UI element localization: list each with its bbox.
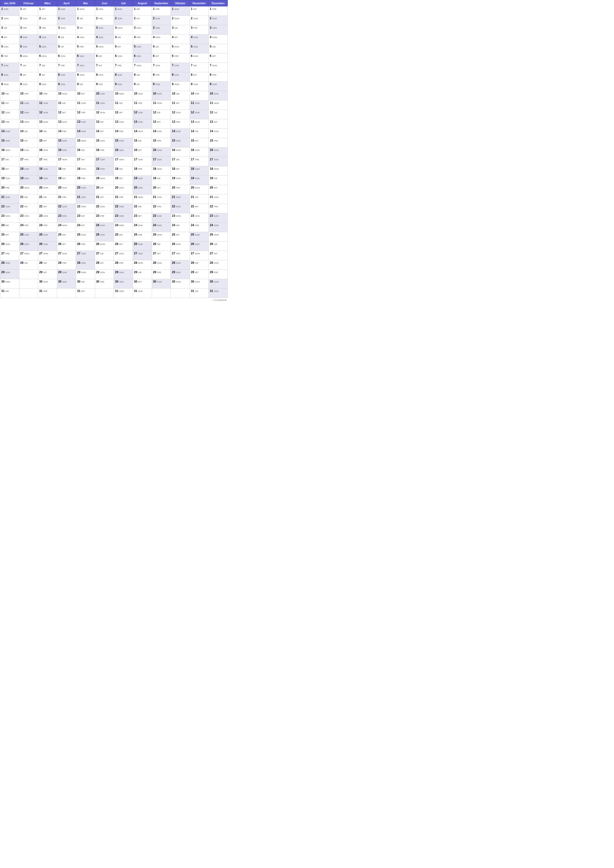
day-label: DIE: [43, 196, 47, 198]
day-label: DIE: [194, 262, 199, 264]
day-number: 14: [96, 129, 99, 133]
day-label: SON: [213, 290, 219, 293]
day-number: 11: [77, 101, 80, 105]
day-number: 20: [153, 186, 156, 189]
calendar-cell: 12 MON: [95, 110, 114, 119]
day-number: 3: [20, 26, 22, 29]
day-number: 11: [1, 101, 5, 105]
day-number: 26: [115, 242, 118, 246]
day-number: 22: [39, 205, 42, 208]
day-label: MON: [79, 8, 84, 10]
calendar-cell: 3 MIT: [76, 25, 95, 35]
calendar-cell: 2 SAM: [152, 16, 171, 25]
day-label: FRE: [176, 186, 180, 189]
calendar-cell: 5 DIE: [209, 44, 228, 53]
day-number: 31: [134, 289, 137, 293]
calendar-cell: 15 SON: [171, 138, 190, 147]
calendar-cell: 19 MIT: [114, 176, 133, 185]
calendar-cell: 2 DON: [38, 16, 57, 25]
day-number: 14: [172, 129, 175, 133]
day-number: 21: [20, 195, 23, 199]
day-number: 1: [210, 7, 211, 11]
calendar-cell: 9 DON: [19, 82, 38, 91]
calendar-cell: 9 DIE: [76, 82, 95, 91]
day-number: 19: [153, 177, 156, 180]
day-label: DON: [157, 196, 162, 198]
calendar-cell: 22 MON: [76, 204, 95, 213]
day-label: DIE: [194, 290, 199, 293]
calendar-cell: 24 MON: [57, 223, 76, 232]
day-number: 27: [191, 252, 194, 255]
day-number: 18: [210, 167, 213, 170]
day-number: 21: [210, 195, 213, 199]
day-number: 1: [77, 7, 79, 11]
day-number: 6: [77, 54, 79, 57]
calendar-cell: 2 FRE: [95, 16, 114, 25]
day-label: DON: [22, 17, 27, 20]
day-number: 12: [58, 111, 61, 114]
day-label: SAM: [117, 74, 122, 76]
day-number: 17: [96, 158, 99, 161]
day-label: SON: [24, 112, 29, 114]
day-number: 22: [210, 205, 213, 208]
calendar-cell: 21 SON: [76, 194, 95, 204]
day-label: MON: [136, 64, 141, 67]
day-number: 24: [134, 223, 137, 227]
calendar-cell: 7 MIT: [95, 63, 114, 72]
calendar-cell: 15 FRE: [152, 138, 171, 147]
day-number: 11: [39, 101, 42, 105]
day-label: FRE: [157, 205, 161, 208]
calendar-cell: 30 SON: [114, 279, 133, 288]
day-label: DON: [194, 149, 199, 152]
day-number: 10: [210, 92, 213, 95]
calendar-cell: 31 DIE: [0, 288, 19, 298]
day-label: DON: [194, 281, 199, 283]
calendar-cell: 1 MIT: [38, 6, 57, 16]
calendar-cell: 20 FRE: [0, 185, 19, 194]
calendar-cell: 16 SAM: [152, 147, 171, 157]
calendar-cell: 5 MIT: [57, 44, 76, 53]
calendar-cell: 8 FRE: [209, 72, 228, 82]
calendar-cell: 30 DON: [38, 279, 57, 288]
day-label: FRE: [60, 64, 65, 67]
calendar-cell: 15 MON: [76, 138, 95, 147]
day-number: 23: [1, 214, 5, 217]
calendar-cell: 8 DON: [95, 72, 114, 82]
day-number: 5: [172, 45, 174, 48]
day-label: MIT: [213, 253, 218, 255]
day-label: SON: [98, 36, 103, 39]
day-label: SON: [212, 27, 217, 29]
calendar-cell: 12 SON: [190, 110, 209, 119]
calendar-cell: 15 DIE: [133, 138, 152, 147]
day-label: MIT: [41, 74, 45, 76]
calendar-cell: 16 DON: [38, 147, 57, 157]
day-number: 5: [153, 45, 155, 48]
day-label: MON: [176, 281, 181, 283]
day-number: 3: [58, 26, 60, 29]
calendar-cell: 29 FRE: [152, 270, 171, 279]
day-label: DIE: [3, 27, 8, 29]
day-label: SON: [137, 121, 143, 123]
calendar-cell: 31 DON: [133, 288, 152, 298]
day-number: 30: [77, 280, 80, 283]
calendar-cell: 3 DIE: [0, 25, 19, 35]
day-label: DIE: [212, 45, 216, 48]
day-label: DON: [213, 130, 219, 133]
calendar-cell: 9 MIT: [133, 82, 152, 91]
day-label: MON: [194, 121, 200, 123]
calendar-cell: 16 MON: [0, 147, 19, 157]
day-label: FRE: [81, 112, 85, 114]
day-number: 13: [134, 120, 137, 124]
day-number: 11: [153, 101, 156, 105]
day-number: 7: [191, 64, 193, 67]
day-label: SAM: [3, 64, 8, 67]
day-label: MON: [43, 121, 48, 123]
day-label: DIE: [117, 36, 121, 39]
calendar-cell: 27 SAM: [76, 251, 95, 260]
day-label: FRE: [81, 243, 85, 245]
calendar-cell: 29 DON: [95, 270, 114, 279]
day-label: MIT: [41, 8, 45, 10]
day-label: SAM: [24, 234, 29, 236]
day-number: 13: [20, 120, 23, 124]
day-label: DON: [99, 205, 105, 208]
